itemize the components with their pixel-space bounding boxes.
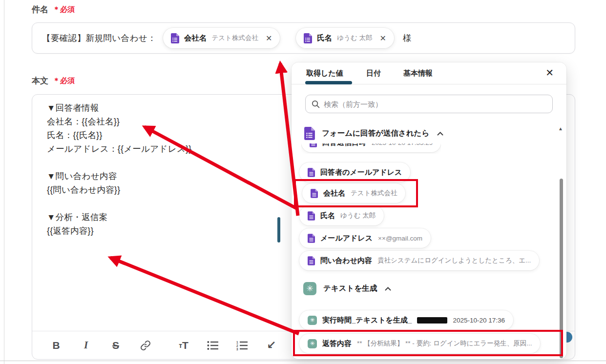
close-icon[interactable]: ✕ bbox=[545, 67, 554, 79]
subject-prefix-text: 【要確認】新規問い合わせ： bbox=[42, 32, 156, 44]
variable-chip-inquiry[interactable]: 問い合わせ内容 貴社システムにログインしようとしたところ、エ... bbox=[299, 251, 539, 270]
google-forms-icon bbox=[308, 168, 315, 177]
tab-basic-info[interactable]: 基本情報 bbox=[403, 69, 433, 78]
tab-acquired-values[interactable]: 取得した値 bbox=[306, 69, 343, 78]
active-tab-underline bbox=[305, 81, 352, 84]
subject-label: 件名 bbox=[32, 4, 48, 15]
openai-icon: ✳ bbox=[303, 282, 316, 295]
google-forms-icon bbox=[304, 33, 312, 43]
search-input[interactable] bbox=[324, 100, 546, 108]
container-bottom-border bbox=[0, 361, 606, 361]
strikethrough-icon[interactable]: S bbox=[107, 337, 124, 354]
chip-value: テスト株式会社 bbox=[211, 34, 258, 42]
scrollbar-up-arrow[interactable]: ▲ bbox=[558, 126, 563, 131]
subject-required-badge: ＊必須 bbox=[53, 5, 75, 14]
google-forms-icon bbox=[304, 127, 315, 140]
panel-search bbox=[305, 95, 553, 113]
body-label: 本文 bbox=[32, 75, 48, 86]
italic-icon[interactable]: I bbox=[78, 337, 94, 354]
section-form-trigger[interactable]: フォームに回答が送信されたら bbox=[304, 127, 443, 140]
outdent-arrow-icon[interactable]: ↙ bbox=[263, 337, 280, 354]
clipped-list-item-wrapper: 回答送信日時 2025-10-20 17:35:29 bbox=[301, 143, 441, 154]
chevron-up-icon[interactable] bbox=[437, 132, 443, 136]
subject-label-row: 件名 ＊必須 bbox=[32, 4, 75, 15]
tab-date[interactable]: 日付 bbox=[366, 69, 381, 78]
email-template-editor: 件名 ＊必須 【要確認】新規問い合わせ： 会社名 テスト株式会社 ✕ 氏名 ゆう… bbox=[0, 0, 606, 364]
svg-text:3: 3 bbox=[236, 347, 238, 350]
numbered-list-icon[interactable]: 123 bbox=[234, 337, 251, 354]
font-size-icon[interactable]: тT bbox=[175, 337, 192, 354]
panel-tab-bar: 取得した値 日付 基本情報 ✕ bbox=[292, 62, 566, 84]
section-title: テキストを生成 bbox=[323, 283, 377, 294]
variable-chip-exec-time[interactable]: ✳ 実行時間_テキストを生成_ 2025-10-20 17:36 bbox=[299, 310, 513, 330]
bullet-list-icon[interactable] bbox=[205, 337, 221, 354]
openai-icon: ✳ bbox=[308, 316, 317, 325]
variable-chip-email[interactable]: メールアドレス ××@gmail.com bbox=[299, 228, 431, 248]
redacted-text bbox=[417, 317, 447, 324]
google-forms-icon bbox=[308, 234, 315, 243]
search-icon bbox=[312, 100, 320, 108]
link-icon[interactable] bbox=[137, 337, 154, 354]
chip-label: 氏名 bbox=[317, 33, 332, 43]
google-forms-icon bbox=[171, 33, 179, 43]
bold-icon[interactable]: B bbox=[48, 337, 64, 354]
google-forms-icon bbox=[310, 143, 317, 147]
subject-suffix-text: 様 bbox=[403, 32, 412, 44]
chip-label: 会社名 bbox=[184, 33, 207, 43]
body-scrollbar-thumb[interactable] bbox=[277, 217, 280, 243]
section-generate-text[interactable]: ✳ テキストを生成 bbox=[303, 282, 391, 295]
body-label-row: 本文 ＊必須 bbox=[32, 75, 75, 86]
svg-text:2: 2 bbox=[236, 344, 238, 347]
google-forms-icon bbox=[308, 211, 315, 221]
body-required-badge: ＊必須 bbox=[53, 76, 75, 85]
chevron-up-icon[interactable] bbox=[385, 287, 391, 291]
subject-variable-chip-name[interactable]: 氏名 ゆうむ 太郎 ✕ bbox=[296, 28, 394, 48]
variables-panel: 取得した値 日付 基本情報 ✕ フォームに回答が送信されたら bbox=[292, 62, 566, 359]
variable-chip-name[interactable]: 氏名 ゆうむ 太郎 bbox=[299, 206, 384, 225]
highlight-box-company bbox=[294, 179, 418, 207]
variable-chip-submit-datetime[interactable]: 回答送信日時 2025-10-20 17:35:29 bbox=[301, 143, 441, 152]
container-left-border bbox=[4, 0, 4, 364]
chip-value: ゆうむ 太郎 bbox=[337, 34, 372, 42]
section-title: フォームに回答が送信されたら bbox=[322, 128, 429, 139]
chip-remove-icon[interactable]: ✕ bbox=[266, 34, 272, 43]
google-forms-icon bbox=[308, 256, 315, 265]
body-textarea[interactable]: ▼回答者情報 会社名：{{会社名}} 氏名：{{氏名}} メールアドレス：{{メ… bbox=[47, 101, 301, 238]
highlight-box-reply bbox=[293, 330, 563, 356]
chip-remove-icon[interactable]: ✕ bbox=[380, 34, 386, 43]
subject-input[interactable]: 【要確認】新規問い合わせ： 会社名 テスト株式会社 ✕ 氏名 ゆうむ 太郎 ✕ … bbox=[32, 22, 575, 54]
subject-variable-chip-company[interactable]: 会社名 テスト株式会社 ✕ bbox=[163, 28, 280, 48]
